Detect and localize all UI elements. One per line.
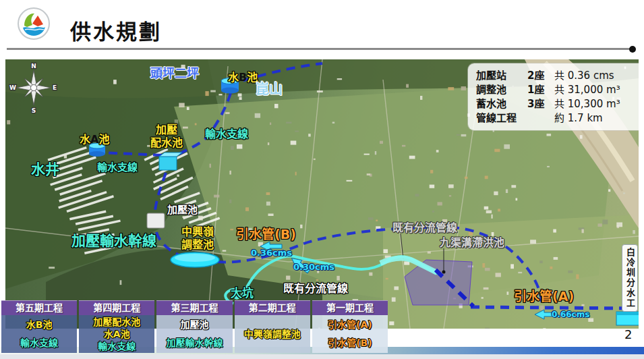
phase-header: 第二期工程: [235, 300, 310, 315]
place-label-touping: 頭坪二坪: [150, 63, 199, 81]
phase-header: 第一期工程: [312, 300, 388, 315]
phase-items: 加壓池加壓輸水幹線: [156, 315, 232, 353]
phase-item: 輸水支線: [20, 337, 58, 349]
booster-dist-pond-label: 加壓配水池: [133, 123, 200, 149]
phase-item: 加壓配水池: [93, 316, 140, 328]
branch-line-label-upper: 輸水支線: [205, 125, 248, 141]
phase-header: 第三期工程: [156, 300, 232, 315]
svg-text:N: N: [31, 63, 36, 70]
flow-rate-030: 0.30cms: [293, 262, 334, 272]
place-label-dakeng: 大坑: [231, 283, 254, 300]
booster-pond-icon: [147, 213, 165, 228]
intake-pipe-b-label: 引水管(B): [236, 224, 296, 242]
phase-table: 第五期工程水B池輸水支線第四期工程加壓配水池水A池輸水支線第三期工程加壓池加壓輸…: [1, 300, 388, 353]
diversion-works-icon: [616, 312, 639, 325]
phase-items: 加壓配水池水A池輸水支線: [79, 315, 154, 353]
zhongxingling-pond-label: 中興嶺調整池: [167, 225, 228, 251]
existing-pipeline-label-upper: 既有分流管線: [392, 219, 457, 235]
phase-items: 引水管(A)引水管(B): [312, 315, 388, 353]
title-divider: [7, 48, 631, 50]
phase-item: 引水管(B): [328, 337, 372, 349]
phase-item: 輸水支線: [98, 341, 136, 352]
phase-items: 中興嶺調整池: [235, 315, 310, 353]
phase-item: 加壓輸水幹線: [167, 337, 223, 349]
phase-item: 水B池: [26, 319, 53, 331]
divider-end-dot: [629, 46, 636, 53]
supply-plan-map[interactable]: N S W E 頭坪二坪 水B池 崑山 輸水支線 加壓配水池 水A池 輸水支線 …: [5, 59, 639, 329]
phase-item: 中興嶺調整池: [244, 329, 301, 340]
tank-b-label: 水B池: [228, 68, 258, 84]
detention-basin-label: 九渠溝滯洪池: [440, 233, 504, 250]
tank-a-label: 水A池: [80, 130, 109, 146]
summary-info-box: 加壓站2座共 0.36 cms 調整池1座共 31,000 m³ 蓄水池3座共 …: [468, 63, 639, 130]
branch-line-label-lower: 輸水支線: [97, 159, 138, 173]
phase-item: 水A池: [104, 329, 130, 340]
phase-column: 第三期工程加壓池加壓輸水幹線: [156, 300, 232, 353]
footer-strip: [0, 354, 644, 359]
info-row: 加壓站2座共 0.36 cms: [476, 69, 639, 83]
slide: 供水規劃: [0, 0, 644, 359]
flow-rate-066: 0.66cms: [552, 310, 589, 319]
info-row: 蓄水池3座共 10,300 m³: [476, 97, 639, 111]
phase-header: 第四期工程: [79, 300, 154, 315]
page-title: 供水規劃: [70, 15, 162, 45]
info-row: 調整池1座共 31,000 m³: [476, 83, 639, 97]
phase-item: 引水管(A): [328, 319, 372, 331]
svg-text:E: E: [53, 84, 57, 91]
svg-text:W: W: [9, 84, 16, 91]
info-row: 管線工程約 1.7 km: [476, 111, 639, 126]
phase-column: 第五期工程水B池輸水支線: [1, 300, 77, 353]
existing-pipeline-label-lower: 既有分流管線: [283, 279, 348, 296]
svg-text:S: S: [32, 107, 36, 114]
page-number: 2: [624, 327, 632, 341]
phase-items: 水B池輸水支線: [1, 315, 77, 353]
diversion-works-label: 白冷圳分水工: [622, 244, 638, 312]
phase-header: 第五期工程: [1, 300, 77, 315]
agency-logo-icon: [18, 7, 50, 40]
intake-pipe-a-label: 引水管(A): [514, 286, 574, 304]
place-label-shuijing: 水井: [31, 158, 59, 178]
phase-item: 加壓池: [181, 319, 209, 331]
phase-column: 第四期工程加壓配水池水A池輸水支線: [79, 300, 154, 353]
phase-column: 第二期工程中興嶺調整池: [235, 300, 310, 353]
adjust-pond-icon: [171, 252, 219, 267]
main-line-label: 加壓輸水幹線: [71, 229, 156, 250]
booster-pond-label: 加壓池: [167, 202, 198, 216]
flow-rate-036: 0.36cms: [251, 248, 292, 258]
place-label-kunshan: 崑山: [256, 78, 283, 98]
phase-column: 第一期工程引水管(A)引水管(B): [312, 300, 388, 353]
